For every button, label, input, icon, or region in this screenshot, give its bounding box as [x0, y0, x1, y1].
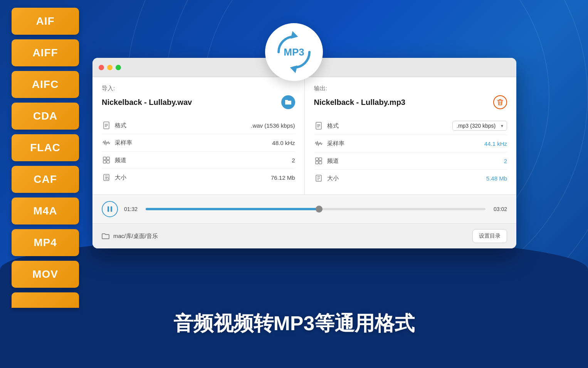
window-controls	[99, 65, 121, 70]
output-label: 输出:	[314, 85, 507, 92]
output-prop-channels: 频道 2	[314, 152, 507, 170]
output-prop-size: 大小 5.48 Mb	[314, 170, 507, 187]
output-samplerate-value: 44.1 kHz	[484, 140, 507, 147]
channel-icon	[102, 156, 110, 164]
import-file-name: Nickelback - Lullaby.wav	[102, 98, 192, 107]
time-total: 03:02	[492, 206, 507, 212]
output-filesize-icon	[315, 174, 323, 182]
import-channels-label: 频道	[115, 157, 292, 164]
output-size-label: 大小	[327, 175, 486, 182]
output-file-name: Nickelback - Lullaby.mp3	[314, 98, 406, 107]
progress-thumb[interactable]	[316, 206, 323, 213]
svg-rect-9	[107, 160, 109, 163]
path-folder-icon	[102, 233, 109, 240]
bottom-text: 音频视频转MP3等通用格式	[173, 310, 415, 337]
svg-rect-8	[103, 160, 106, 163]
import-format-value: .wav (1536 kbps)	[251, 122, 295, 129]
window-minimize-button[interactable]	[107, 65, 113, 70]
size-icon	[102, 173, 111, 182]
output-format-label: 格式	[327, 122, 453, 130]
format-btn-aif[interactable]: AIF	[12, 8, 79, 35]
import-file-name-row: Nickelback - Lullaby.wav	[102, 95, 295, 109]
output-channels-label: 频道	[327, 157, 504, 165]
format-btn-m4a[interactable]: M4A	[12, 198, 79, 225]
output-size-icon	[314, 174, 323, 183]
import-prop-format: 格式 .wav (1536 kbps)	[102, 117, 295, 134]
content-area: 导入: Nickelback - Lullaby.wav	[92, 77, 516, 194]
mp3-badge: MP3	[265, 23, 323, 81]
output-file-name-row: Nickelback - Lullaby.mp3	[314, 95, 507, 109]
delete-button[interactable]	[493, 95, 507, 109]
import-prop-samplerate: 采样率 48.0 kHz	[102, 134, 295, 152]
svg-rect-6	[103, 157, 106, 160]
main-window: 导入: Nickelback - Lullaby.wav	[92, 58, 516, 248]
format-list: AIF AIFF AIFC CDA FLAC CAF M4A MP4 MOV	[12, 8, 79, 308]
output-panel: 输出: Nickelback - Lullaby.mp3	[305, 77, 517, 194]
format-select-wrapper: .mp3 (320 kbps)	[452, 121, 507, 131]
format-select[interactable]: .mp3 (320 kbps)	[452, 121, 507, 131]
folder-path-row: mac/库/桌面/音乐	[102, 233, 158, 240]
format-btn-partial	[12, 292, 79, 308]
folder-path: mac/库/桌面/音乐	[113, 233, 158, 240]
file-doc-icon	[103, 122, 110, 129]
output-channels-value: 2	[504, 158, 507, 164]
window-maximize-button[interactable]	[116, 65, 121, 70]
import-channels-value: 2	[292, 157, 295, 164]
bottom-curve	[0, 237, 588, 368]
svg-rect-19	[319, 158, 322, 160]
filesize-icon	[102, 174, 110, 181]
play-pause-button[interactable]	[102, 201, 118, 217]
output-prop-samplerate: 采样率 44.1 kHz	[314, 135, 507, 152]
output-waveform-icon	[315, 140, 323, 147]
mp3-circle: MP3	[265, 23, 323, 81]
svg-rect-7	[107, 157, 109, 160]
import-panel: 导入: Nickelback - Lullaby.wav	[92, 77, 305, 194]
format-btn-aifc[interactable]: AIFC	[12, 71, 79, 98]
format-btn-cda[interactable]: CDA	[12, 103, 79, 130]
svg-rect-18	[316, 158, 318, 160]
pause-icon	[107, 206, 113, 212]
import-prop-size: 大小 76.12 Mb	[102, 169, 295, 186]
import-prop-channels: 频道 2	[102, 152, 295, 169]
output-samplerate-icon	[314, 139, 323, 148]
window-close-button[interactable]	[99, 65, 104, 70]
svg-rect-23	[108, 206, 109, 212]
output-channel-icon	[315, 157, 323, 165]
output-samplerate-label: 采样率	[327, 140, 484, 147]
format-btn-mov[interactable]: MOV	[12, 261, 79, 288]
samplerate-icon	[102, 138, 111, 147]
footer-bar: mac/库/桌面/音乐 设置目录	[92, 223, 516, 248]
svg-rect-20	[316, 161, 318, 164]
svg-rect-21	[319, 161, 322, 164]
output-channels-icon	[314, 156, 323, 165]
player-bar: 01:32 03:02	[92, 194, 516, 223]
folder-icon	[285, 99, 292, 105]
progress-track[interactable]	[146, 208, 486, 210]
trash-icon	[497, 99, 503, 106]
import-samplerate-label: 采样率	[115, 139, 272, 147]
mp3-arrows-icon	[265, 23, 323, 81]
waveform-icon	[102, 140, 110, 146]
output-file-doc-icon	[315, 122, 322, 130]
format-btn-aiff[interactable]: AIFF	[12, 39, 79, 66]
format-btn-caf[interactable]: CAF	[12, 166, 79, 193]
format-btn-mp4[interactable]: MP4	[12, 229, 79, 256]
time-current: 01:32	[124, 206, 139, 212]
import-label: 导入:	[102, 85, 295, 92]
output-format-icon	[314, 121, 323, 130]
svg-rect-24	[111, 206, 112, 212]
set-dir-button[interactable]: 设置目录	[472, 229, 507, 243]
format-icon	[102, 121, 111, 130]
import-samplerate-value: 48.0 kHz	[272, 140, 295, 146]
progress-fill	[146, 208, 319, 210]
format-btn-flac[interactable]: FLAC	[12, 134, 79, 161]
output-size-value: 5.48 Mb	[486, 175, 507, 182]
import-size-label: 大小	[115, 174, 271, 181]
output-prop-format: 格式 .mp3 (320 kbps)	[314, 117, 507, 135]
import-format-label: 格式	[115, 122, 251, 129]
channels-icon	[102, 155, 111, 165]
import-size-value: 76.12 Mb	[271, 174, 295, 181]
import-folder-button[interactable]	[281, 95, 295, 109]
